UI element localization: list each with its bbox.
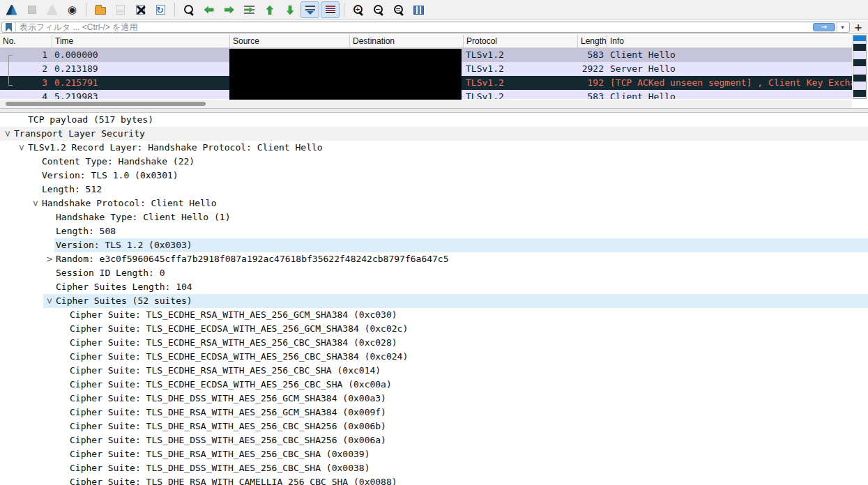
detail-line[interactable]: Content Type: Handshake (22): [0, 155, 868, 169]
detail-text: Cipher Suite: TLS_ECDHE_RSA_WITH_AES_256…: [0, 336, 868, 350]
column-header-destination[interactable]: Destination: [349, 35, 463, 48]
packet-cell-time: 0.215791: [54, 76, 229, 90]
packet-list-hscrollbar[interactable]: [0, 100, 852, 108]
open-file-button[interactable]: [91, 1, 109, 18]
close-file-button[interactable]: [131, 1, 150, 18]
detail-text: Transport Layer Security: [0, 127, 868, 141]
close-file-icon: [136, 5, 145, 15]
detail-line[interactable]: Cipher Suite: TLS_ECDHE_ECDSA_WITH_AES_2…: [0, 322, 868, 336]
toolbar-separator: [344, 3, 344, 17]
detail-line[interactable]: Cipher Suite: TLS_DHE_RSA_WITH_CAMELLIA_…: [0, 475, 868, 485]
pane-splitter[interactable]: [0, 108, 868, 113]
packet-cell-length: 2922: [530, 62, 604, 76]
packet-cell-time: 0.213189: [54, 62, 229, 76]
packet-cell-length: 583: [530, 48, 604, 62]
detail-line[interactable]: Cipher Suite: TLS_ECDHE_RSA_WITH_AES_256…: [0, 336, 868, 350]
detail-line[interactable]: Cipher Suites Length: 104: [0, 280, 868, 294]
go-to-first-icon: [266, 5, 273, 15]
detail-line[interactable]: Cipher Suite: TLS_DHE_RSA_WITH_AES_256_C…: [0, 447, 868, 461]
reload-file-button[interactable]: [151, 1, 170, 18]
detail-line[interactable]: >Random: e3c0f5960645cffa7b2918f087a192a…: [0, 252, 868, 266]
filter-bar: 表示フィルタ ... <Ctrl-/> を適用 → ▾ +: [0, 21, 868, 34]
detail-line[interactable]: Cipher Suite: TLS_DHE_DSS_WITH_AES_256_G…: [0, 392, 868, 406]
detail-line[interactable]: TCP payload (517 bytes): [0, 113, 868, 127]
detail-text: Cipher Suite: TLS_DHE_DSS_WITH_AES_256_G…: [0, 392, 868, 406]
auto-scroll-button[interactable]: [300, 1, 319, 18]
open-file-icon: [95, 7, 106, 15]
detail-line[interactable]: Handshake Type: Client Hello (1): [0, 210, 868, 224]
packet-details-pane: TCP payload (517 bytes)>Transport Layer …: [0, 113, 868, 485]
detail-text: Cipher Suite: TLS_ECDHE_ECDSA_WITH_AES_2…: [0, 350, 868, 364]
filter-history-caret[interactable]: ▾: [837, 22, 848, 32]
detail-line[interactable]: Cipher Suite: TLS_ECDHE_ECDSA_WITH_AES_2…: [0, 350, 868, 364]
detail-text: Version: TLS 1.2 (0x0303): [0, 238, 868, 252]
detail-line[interactable]: Cipher Suite: TLS_DHE_RSA_WITH_AES_256_C…: [0, 419, 868, 433]
go-to-last-button[interactable]: [280, 1, 299, 18]
column-header-source[interactable]: Source: [229, 35, 349, 48]
detail-text: Cipher Suite: TLS_ECDHE_ECDSA_WITH_AES_2…: [0, 378, 868, 392]
packet-cell-length: 192: [530, 76, 604, 90]
packet-list-header: No. Time Source Destination Protocol Len…: [0, 35, 852, 48]
detail-line[interactable]: >Cipher Suites (52 suites): [0, 294, 868, 308]
start-capture-icon: [6, 5, 17, 15]
packet-cell-info: Client Hello: [610, 48, 852, 62]
detail-line[interactable]: Cipher Suite: TLS_DHE_DSS_WITH_AES_256_C…: [0, 433, 868, 447]
detail-line[interactable]: Cipher Suite: TLS_ECDHE_RSA_WITH_AES_256…: [0, 364, 868, 378]
detail-text: Cipher Suite: TLS_ECDHE_ECDSA_WITH_AES_2…: [0, 322, 868, 336]
detail-line[interactable]: Cipher Suite: TLS_DHE_RSA_WITH_AES_256_G…: [0, 406, 868, 419]
capture-options-button[interactable]: [63, 1, 82, 18]
detail-line[interactable]: Length: 512: [0, 183, 868, 197]
hscrollbar-thumb[interactable]: [6, 102, 206, 106]
redaction-overlay: [229, 49, 462, 106]
main-toolbar: [0, 0, 868, 20]
apply-filter-button[interactable]: →: [813, 23, 835, 31]
column-header-info[interactable]: Info: [607, 35, 852, 48]
go-to-packet-button[interactable]: [240, 1, 259, 18]
detail-text: TCP payload (517 bytes): [0, 113, 868, 127]
detail-text: Length: 512: [0, 183, 868, 197]
detail-text: Cipher Suite: TLS_ECDHE_RSA_WITH_AES_256…: [0, 308, 868, 322]
detail-line[interactable]: >Handshake Protocol: Client Hello: [0, 197, 868, 210]
filter-bookmark-button[interactable]: [2, 22, 16, 32]
go-back-button[interactable]: [199, 1, 218, 18]
detail-line[interactable]: Cipher Suite: TLS_ECDHE_ECDSA_WITH_AES_2…: [0, 378, 868, 392]
resize-columns-button[interactable]: [409, 1, 428, 18]
go-to-first-button[interactable]: [260, 1, 279, 18]
detail-line[interactable]: Length: 508: [0, 224, 868, 238]
capture-options-icon: [68, 4, 77, 15]
add-filter-button[interactable]: +: [850, 22, 867, 33]
detail-text: Session ID Length: 0: [0, 266, 868, 280]
auto-scroll-icon: [305, 6, 315, 15]
find-packet-button[interactable]: [179, 1, 198, 18]
detail-text: Cipher Suites Length: 104: [0, 280, 868, 294]
detail-line[interactable]: Version: TLS 1.0 (0x0301): [0, 169, 868, 183]
column-header-time[interactable]: Time: [52, 35, 229, 48]
column-header-length[interactable]: Length: [577, 35, 607, 48]
colorize-button[interactable]: [321, 1, 340, 18]
column-header-no[interactable]: No.: [0, 35, 52, 48]
detail-line[interactable]: Cipher Suite: TLS_ECDHE_RSA_WITH_AES_256…: [0, 308, 868, 322]
detail-text: Cipher Suites (52 suites): [0, 294, 868, 308]
detail-line[interactable]: >Transport Layer Security: [0, 127, 868, 141]
detail-line[interactable]: Session ID Length: 0: [0, 266, 868, 280]
resize-columns-icon: [413, 6, 424, 15]
detail-text: Handshake Type: Client Hello (1): [0, 210, 868, 224]
column-header-protocol[interactable]: Protocol: [463, 35, 577, 48]
restart-capture-button: [43, 1, 61, 18]
detail-text: Length: 508: [0, 224, 868, 238]
display-filter-input[interactable]: 表示フィルタ ... <Ctrl-/> を適用 → ▾: [1, 22, 850, 33]
zoom-out-button[interactable]: [369, 1, 388, 18]
detail-line[interactable]: >TLSv1.2 Record Layer: Handshake Protoco…: [0, 141, 868, 155]
toolbar-separator: [174, 3, 175, 17]
packet-cell-no: 3: [0, 76, 47, 90]
detail-line[interactable]: Version: TLS 1.2 (0x0303): [0, 238, 868, 252]
start-capture-button[interactable]: [2, 1, 21, 18]
packet-list-scrollbar[interactable]: [853, 35, 867, 99]
zoom-in-button[interactable]: [349, 1, 367, 18]
go-back-icon: [204, 6, 214, 14]
go-forward-button[interactable]: [220, 1, 238, 18]
detail-line[interactable]: Cipher Suite: TLS_DHE_DSS_WITH_AES_256_C…: [0, 461, 868, 475]
detail-text: Cipher Suite: TLS_DHE_RSA_WITH_CAMELLIA_…: [0, 475, 868, 485]
zoom-original-button[interactable]: [389, 1, 408, 18]
go-to-last-icon: [286, 5, 294, 15]
